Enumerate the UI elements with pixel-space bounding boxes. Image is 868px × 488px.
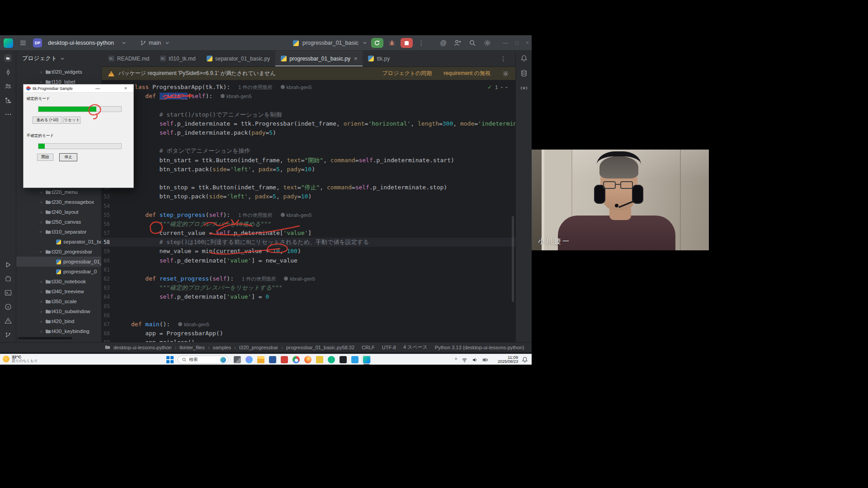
tree-item[interactable]: ›t430_keybinding [16, 326, 101, 336]
services-tool-icon[interactable] [4, 275, 12, 282]
more-tools-icon[interactable] [4, 110, 12, 118]
tree-item[interactable]: ›t350_scale [16, 296, 101, 306]
volume-icon[interactable] [472, 357, 478, 363]
taskbar-app-pycharm[interactable] [362, 355, 371, 365]
pull-requests-icon[interactable] [4, 82, 12, 90]
taskbar-app-store[interactable] [326, 355, 336, 365]
chevron-collapsed-icon[interactable]: › [38, 219, 44, 225]
banner-settings-icon[interactable] [502, 70, 509, 77]
chevron-collapsed-icon[interactable]: › [38, 319, 44, 324]
chevron-collapsed-icon[interactable]: › [38, 69, 44, 75]
breadcrumb-item[interactable]: desktop-ui-lessons-python [113, 345, 171, 350]
breadcrumbs[interactable]: desktop-ui-lessons-python›tkinter_files›… [0, 345, 342, 350]
taskbar-app-vscode[interactable] [350, 355, 359, 365]
tab-close-icon[interactable]: × [354, 55, 358, 62]
run-config-selector[interactable]: progressbar_01_basic [302, 40, 359, 46]
chevron-collapsed-icon[interactable]: › [38, 289, 44, 294]
stop-button-tk[interactable]: 停止 [59, 153, 77, 161]
chevron-collapsed-icon[interactable]: › [38, 199, 44, 205]
taskbar-app-explorer[interactable] [256, 355, 265, 365]
vcs-tool-icon[interactable] [4, 331, 12, 338]
breadcrumb-item[interactable]: tkinter_files [179, 345, 205, 350]
run-button[interactable] [371, 38, 383, 48]
taskbar-search[interactable]: 検索 [178, 356, 228, 364]
weather-widget[interactable]: 32°C 曇りのちくもり [3, 355, 46, 363]
run-more-actions[interactable]: ⋮ [416, 39, 426, 47]
window-close-button[interactable]: × [526, 40, 529, 46]
notifications-bell-icon[interactable] [520, 54, 528, 62]
sync-project-link[interactable]: プロジェクトの同期 [382, 70, 432, 77]
start-button[interactable]: 開始 [37, 154, 53, 161]
tree-item[interactable]: ›t250_canvas [16, 217, 101, 227]
ignore-requirement-link[interactable]: requirement の無視 [443, 70, 491, 77]
search-everywhere-icon[interactable] [468, 39, 476, 47]
clock-widget[interactable]: 11:09 2025/08/23 [498, 355, 518, 364]
start-button[interactable] [166, 356, 174, 363]
tk-title-bar[interactable]: ttk.Progressbar Sample — × [24, 84, 133, 93]
tk-close-button[interactable]: × [121, 86, 131, 91]
settings-gear-icon[interactable] [483, 39, 491, 47]
stop-button[interactable] [401, 38, 413, 48]
chevron-collapsed-icon[interactable]: › [38, 209, 44, 215]
window-maximize-button[interactable]: □ [515, 40, 519, 46]
tk-minimize-button[interactable]: — [93, 86, 103, 91]
status-item[interactable]: CRLF [362, 345, 375, 350]
battery-icon[interactable] [482, 357, 488, 363]
tree-item[interactable]: ›t310_separator [16, 227, 101, 237]
hidden-icons-chevron[interactable]: ^ [455, 357, 457, 362]
system-tray[interactable]: ^ [455, 354, 488, 365]
database-tool-icon[interactable] [520, 69, 528, 77]
code-with-me-icon[interactable]: @ [440, 39, 447, 47]
add-user-icon[interactable] [453, 39, 462, 47]
status-widgets[interactable]: 58:32CRLFUTF-84 スペースPython 3.13 (desktop… [342, 344, 532, 351]
no-preview-icon[interactable] [520, 84, 528, 92]
ide-layout-icon[interactable] [531, 344, 532, 350]
breadcrumb-item[interactable]: samples [212, 345, 231, 350]
window-minimize-button[interactable]: — [503, 40, 508, 46]
chevron-collapsed-icon[interactable]: › [38, 279, 44, 284]
status-item[interactable]: 58:32 [342, 345, 354, 350]
editor-tab[interactable]: progressbar_01_basic.py× [275, 51, 363, 66]
tree-item[interactable]: ›t020_widgets [16, 67, 101, 77]
tree-item[interactable]: progressbar_01_basic.py [16, 257, 101, 267]
code-editor[interactable]: 41class ProgressbarApp(tk.Tk):1 件の使用箇所kb… [102, 80, 515, 342]
tab-options-icon[interactable]: ⋮ [498, 55, 508, 62]
tree-item[interactable]: progressbar_0 [16, 267, 101, 277]
editor-tab[interactable]: ttk.py [363, 51, 395, 66]
wifi-icon[interactable] [462, 357, 467, 363]
taskbar-app-taskview[interactable] [232, 355, 242, 365]
editor-tab[interactable]: M↓README.md [103, 51, 155, 66]
tree-scrollbar[interactable] [18, 337, 72, 339]
chevron-collapsed-icon[interactable]: › [38, 309, 44, 314]
taskbar-app-terminal[interactable] [338, 355, 348, 365]
next-problem-icon[interactable]: › [504, 86, 509, 88]
project-tool-icon[interactable] [4, 54, 12, 62]
vcs-branch-selector[interactable]: main [140, 39, 171, 47]
project-badge[interactable]: DP [33, 38, 42, 47]
project-panel-header[interactable]: プロジェクト [16, 51, 102, 67]
problems-tool-icon[interactable] [4, 303, 12, 310]
prev-problem-icon[interactable]: › [499, 86, 504, 88]
tree-item[interactable]: ›t340_treeview [16, 286, 101, 296]
reset-button[interactable]: リセット [63, 117, 80, 124]
tree-item[interactable]: ›t230_messagebox [16, 197, 101, 207]
breadcrumb-item[interactable]: progressbar_01_basic.py [286, 345, 342, 350]
structure-tool-icon[interactable] [4, 96, 12, 104]
taskbar-app-zip[interactable] [315, 355, 324, 365]
tree-item[interactable]: separator_01_basic.py [16, 237, 101, 247]
chevron-collapsed-icon[interactable]: › [38, 189, 44, 195]
tree-item[interactable]: ›t420_bind [16, 316, 101, 326]
notification-center-icon[interactable] [522, 357, 528, 363]
debug-button[interactable] [387, 38, 397, 48]
chevron-expanded-icon[interactable]: › [38, 249, 44, 255]
terminal-tool-icon[interactable] [4, 289, 12, 296]
commit-tool-icon[interactable] [4, 68, 12, 76]
status-item[interactable]: 4 スペース [403, 344, 428, 351]
inspections-widget[interactable]: ✓ 1 › › [485, 83, 510, 91]
editor-tab[interactable]: separator_01_basic.py [201, 51, 275, 66]
tree-item[interactable]: ›t410_subwindow [16, 306, 101, 316]
chevron-collapsed-icon[interactable]: › [38, 328, 44, 334]
taskbar-app-copilot[interactable] [244, 355, 254, 365]
taskbar-app-adobe[interactable] [279, 355, 289, 365]
taskbar-app-chrome[interactable] [291, 355, 301, 365]
